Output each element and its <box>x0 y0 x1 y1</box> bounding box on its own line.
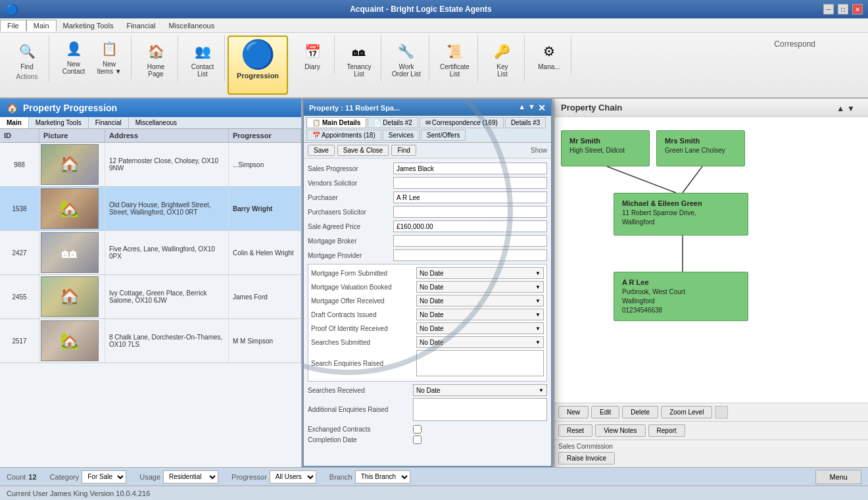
diary-button[interactable]: 📅 Diary <box>296 39 329 72</box>
actions-label: Actions <box>16 73 38 80</box>
completion-date-check[interactable] <box>413 436 422 444</box>
tab-sent-offers[interactable]: Sent/Offers <box>421 130 466 141</box>
additional-enquiries-area[interactable] <box>413 398 547 421</box>
table-row[interactable]: 2427 🏘 Five Acres, Lane, Wallingford, OX… <box>0 231 301 275</box>
manage-button[interactable]: ⚙ Mana... <box>533 39 566 72</box>
mortgage-form-value[interactable]: No Date ▼ <box>416 267 544 279</box>
work-order-list-button[interactable]: 🔧 WorkOrder List <box>389 39 423 79</box>
home-page-button[interactable]: 🏠 HomePage <box>139 39 172 79</box>
ar-lee-address: Purbrook, West CourtWallingford012345466… <box>622 288 740 315</box>
zoom-slider[interactable] <box>715 406 728 418</box>
dialog-close-btn[interactable]: ✕ <box>538 103 546 113</box>
tab-appointments[interactable]: 📅 Appointments (18) <box>306 130 381 141</box>
maximize-btn[interactable]: □ <box>838 4 848 14</box>
menu-financial[interactable]: Financial <box>120 20 162 31</box>
tab-services[interactable]: Services <box>383 130 420 141</box>
table-row[interactable]: 2455 🏠 Ivy Cottage, Green Place, Berrick… <box>0 275 301 319</box>
contact-list-button[interactable]: 👥 ContactList <box>186 39 219 79</box>
raise-invoice-btn[interactable]: Raise Invoice <box>558 452 615 464</box>
tab-correspondence[interactable]: ✉ Correspondence (169) <box>420 117 504 128</box>
delete-chain-btn[interactable]: Delete <box>622 406 658 418</box>
dropdown-icon: ▼ <box>535 270 541 276</box>
menu-marketing[interactable]: Marketing Tools <box>57 20 120 31</box>
purchasers-solicitor-input[interactable] <box>393 206 547 218</box>
new-items-button[interactable]: 📋 NewItems ▼ <box>93 37 126 76</box>
tenancy-list-button[interactable]: 🏘 TenancyList <box>343 39 375 79</box>
home-label: HomePage <box>147 63 165 78</box>
view-notes-btn[interactable]: View Notes <box>595 424 645 437</box>
vendors-solicitor-input[interactable] <box>393 177 547 189</box>
sale-price-input[interactable] <box>393 220 547 232</box>
cell-address: Five Acres, Lane, Wallingford, OX10 0PX <box>105 231 229 274</box>
tab-main-details[interactable]: 📋 Main Details <box>306 117 366 128</box>
proof-identity-value[interactable]: No Date ▼ <box>416 322 544 334</box>
close-btn[interactable]: ✕ <box>852 4 863 14</box>
tab-financial[interactable]: Financial <box>89 117 129 128</box>
report-btn[interactable]: Report <box>648 424 685 437</box>
cell-address: Old Dairy House, Brightwell Street, Stre… <box>105 187 229 230</box>
menu-button[interactable]: Menu <box>815 470 861 484</box>
dialog-scroll-down[interactable]: ▼ <box>528 103 535 113</box>
chain-node-michael[interactable]: Michael & Eileen Green 11 Robert Sparrow… <box>614 193 748 236</box>
house-image: 🏡 <box>41 320 99 361</box>
minimize-btn[interactable]: ─ <box>823 4 834 14</box>
cell-address: Ivy Cottage, Green Place, Berrick Salome… <box>105 275 229 318</box>
chain-scroll-down[interactable]: ▼ <box>847 104 855 113</box>
new-chain-btn[interactable]: New <box>558 406 589 418</box>
progressor-select[interactable]: All Users <box>270 470 316 484</box>
branch-select[interactable]: This Branch <box>355 470 410 484</box>
tab-marketing[interactable]: Marketing Tools <box>29 117 89 128</box>
table-row[interactable]: 988 🏠 12 Paternoster Close, Cholsey, OX1… <box>0 143 301 187</box>
menu-file[interactable]: File <box>0 20 26 32</box>
save-close-button[interactable]: Save & Close <box>337 145 389 156</box>
chain-scroll-up[interactable]: ▲ <box>836 104 844 113</box>
mortgage-offer-label: Mortgage Offer Received <box>311 297 416 305</box>
chain-node-ar-lee[interactable]: A R Lee Purbrook, West CourtWallingford0… <box>614 272 748 321</box>
completion-date-row: Completion Date <box>308 436 547 444</box>
cell-progressor: James Ford <box>229 275 301 318</box>
category-select[interactable]: For Sale To Let Sold <box>82 470 126 484</box>
chain-node-mr-smith[interactable]: Mr Smith High Street, Didcot <box>561 130 650 166</box>
mortgage-val-value[interactable]: No Date ▼ <box>416 281 544 293</box>
table-row[interactable]: 1538 🏡 Old Dairy House, Brightwell Stree… <box>0 187 301 231</box>
certificate-list-button[interactable]: 📜 CertificateList <box>437 39 472 79</box>
mrs-smith-name: Mrs Smith <box>665 136 736 146</box>
find-button[interactable]: 🔍 Find <box>11 39 43 72</box>
searches-submitted-value[interactable]: No Date ▼ <box>416 336 544 348</box>
draft-contracts-value[interactable]: No Date ▼ <box>416 309 544 320</box>
usage-select[interactable]: Residential Commercial <box>163 470 218 484</box>
progression-button[interactable]: 🔵 Progression <box>231 39 284 91</box>
contact-list-label: ContactList <box>191 63 214 78</box>
table-row[interactable]: 2517 🏡 8 Chalk Lane, Dorchester-On-Thame… <box>0 319 301 363</box>
searches-enquiries-area[interactable] <box>416 350 544 376</box>
exchanged-contracts-check[interactable] <box>413 425 422 434</box>
chain-node-mrs-smith[interactable]: Mrs Smith Green Lane Cholsey <box>656 130 745 166</box>
zoom-level-btn[interactable]: Zoom Level <box>661 406 712 418</box>
mortgage-broker-input[interactable] <box>393 235 547 247</box>
mortgage-provider-input[interactable] <box>393 249 547 261</box>
searches-received-value[interactable]: No Date ▼ <box>413 384 547 396</box>
col-progressor: Progressor <box>229 129 301 142</box>
app-icon: 🔵 <box>5 3 18 16</box>
tab-details2[interactable]: 📄 Details #2 <box>368 117 418 128</box>
mortgage-offer-value[interactable]: No Date ▼ <box>416 295 544 307</box>
date-mortgage-offer: Mortgage Offer Received No Date ▼ <box>311 295 544 307</box>
tab-misc[interactable]: Miscellaneous <box>129 117 183 128</box>
reset-btn[interactable]: Reset <box>558 424 592 437</box>
new-contact-button[interactable]: 👤 NewContact <box>57 37 90 76</box>
save-button[interactable]: Save <box>308 145 335 156</box>
menu-misc[interactable]: Miscellaneous <box>162 20 221 31</box>
tenancy-icon: 🏘 <box>349 41 370 62</box>
purchaser-input[interactable] <box>393 191 547 203</box>
tab-details3[interactable]: Details #3 <box>505 117 546 128</box>
purchasers-solicitor-label: Purchasers Solicitor <box>308 209 393 216</box>
cell-id: 2427 <box>0 231 39 274</box>
find-button[interactable]: Find <box>391 145 416 156</box>
dialog-scroll-up[interactable]: ▲ <box>518 103 525 113</box>
key-list-button[interactable]: 🔑 KeyList <box>486 39 519 79</box>
sales-progressor-input[interactable] <box>393 162 547 174</box>
edit-chain-btn[interactable]: Edit <box>591 406 619 418</box>
menu-main[interactable]: Main <box>26 20 57 32</box>
tab-main[interactable]: Main <box>0 117 29 128</box>
home-icon: 🏠 <box>145 41 166 62</box>
